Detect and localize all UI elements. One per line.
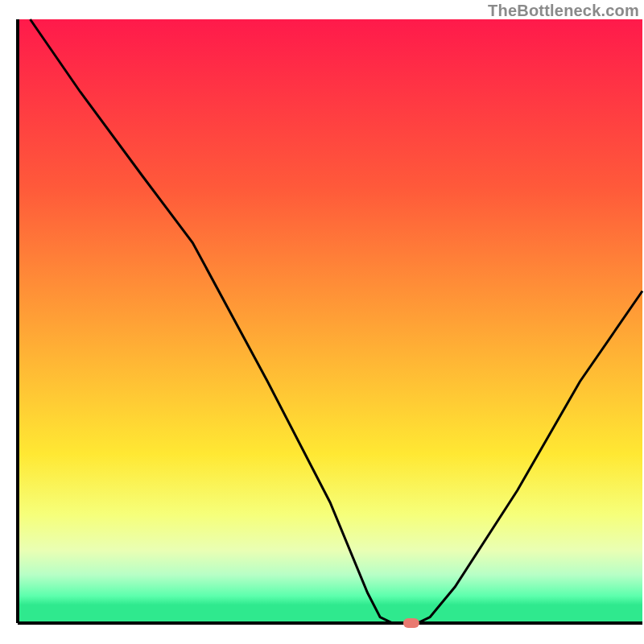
chart-root: TheBottleneck.com xyxy=(0,0,644,644)
optimum-marker xyxy=(403,618,419,628)
watermark-text: TheBottleneck.com xyxy=(488,2,639,20)
chart-svg xyxy=(0,0,644,644)
plot-background xyxy=(18,19,642,623)
